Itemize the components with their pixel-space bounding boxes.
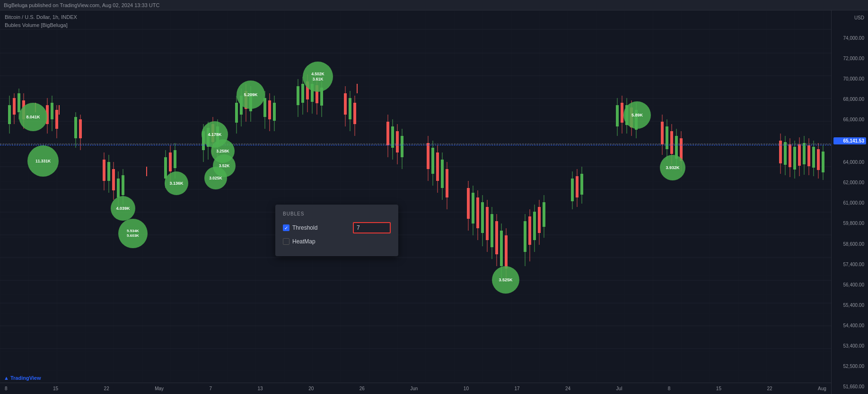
svg-rect-143	[580, 174, 583, 195]
svg-rect-61	[235, 103, 238, 123]
svg-rect-87	[344, 93, 347, 115]
settings-popup: BUBLES Threshold HeatMap	[275, 205, 398, 256]
svg-rect-113	[472, 193, 474, 224]
svg-rect-107	[441, 160, 444, 188]
svg-rect-145	[616, 105, 619, 126]
chart-container: Bitcoin / U.S. Dollar, 1h, INDEX Bubles …	[0, 10, 868, 394]
heatmap-row: HeatMap	[283, 238, 391, 245]
svg-rect-105	[436, 152, 439, 181]
price-70000: 70,000.00	[833, 76, 866, 81]
bubble-5534k-5603k: 5.534K5.603K	[118, 219, 148, 248]
svg-rect-117	[481, 202, 484, 233]
svg-rect-167	[784, 142, 787, 165]
svg-rect-35	[79, 119, 82, 138]
svg-rect-155	[661, 122, 664, 144]
price-54400: 54,400.00	[833, 323, 866, 328]
time-26: 26	[359, 386, 365, 391]
price-52500: 52,500.00	[833, 364, 866, 369]
time-22: 22	[104, 386, 109, 391]
top-bar: BigBeluga published on TradingView.com, …	[0, 0, 868, 10]
time-may: May	[155, 386, 164, 391]
tv-logo-text: ▲ TradingView	[4, 375, 41, 381]
time-10: 10	[464, 386, 469, 391]
price-68000: 68,000.00	[833, 97, 866, 102]
svg-rect-69	[263, 98, 266, 117]
svg-rect-109	[446, 169, 448, 197]
heatmap-checkbox[interactable]	[283, 238, 289, 245]
time-axis: 8 15 22 May 7 13 20 26 Jun 10 17 24 Jul …	[0, 383, 831, 394]
chart-title: Bitcoin / U.S. Dollar, 1h, INDEX Bubles …	[5, 13, 77, 29]
price-59800: 59,800.00	[833, 221, 866, 226]
price-64000: 64,000.00	[833, 160, 866, 165]
svg-rect-121	[491, 214, 493, 247]
popup-title: BUBLES	[283, 211, 391, 216]
svg-rect-93	[386, 122, 389, 145]
current-price-label: 65,141.53	[833, 137, 866, 144]
svg-rect-73	[273, 103, 276, 121]
price-58600: 58,600.00	[833, 242, 866, 247]
svg-rect-119	[486, 207, 489, 240]
svg-rect-135	[538, 207, 541, 233]
publisher-info: BigBeluga published on TradingView.com, …	[4, 2, 159, 8]
threshold-checkbox[interactable]	[283, 224, 289, 231]
bubble-5209k: 5.209K	[237, 81, 265, 109]
time-jul-15: 15	[716, 386, 721, 391]
tradingview-logo: ▲ TradingView	[4, 375, 41, 381]
svg-rect-115	[476, 197, 479, 228]
threshold-input[interactable]	[353, 222, 391, 233]
price-53400: 53,400.00	[833, 343, 866, 349]
svg-rect-173	[798, 144, 801, 166]
time-7: 7	[210, 386, 212, 391]
bubble-3136k: 3.136K	[165, 171, 188, 195]
svg-rect-169	[789, 144, 791, 167]
svg-rect-175	[803, 143, 806, 164]
svg-rect-89	[349, 98, 351, 119]
svg-rect-183	[822, 152, 824, 172]
svg-rect-139	[571, 179, 574, 201]
time-20: 20	[308, 386, 314, 391]
svg-rect-179	[812, 147, 815, 168]
time-jul-22: 22	[767, 386, 772, 391]
svg-rect-45	[122, 175, 124, 195]
bubble-3525k: 3.525K	[492, 266, 519, 294]
svg-rect-147	[621, 103, 623, 123]
svg-rect-31	[55, 110, 58, 129]
threshold-label: Threshold	[292, 224, 353, 231]
chart-title-line2: Bubles Volume [BigBeluga]	[5, 21, 77, 29]
svg-rect-41	[112, 169, 115, 190]
svg-rect-181	[817, 149, 820, 170]
price-62000: 62,000.00	[833, 180, 866, 185]
time-jul-8: 8	[668, 386, 671, 391]
svg-rect-29	[51, 103, 53, 119]
svg-rect-77	[301, 84, 304, 103]
svg-rect-101	[427, 143, 430, 169]
bubble-4039k: 4.039K	[111, 196, 135, 221]
time-13: 13	[258, 386, 263, 391]
bubble-3932k: 3.932K	[660, 155, 685, 180]
reference-line	[0, 144, 831, 144]
time-15: 15	[53, 386, 58, 391]
svg-rect-39	[107, 162, 110, 181]
svg-rect-131	[528, 216, 531, 245]
time-jul: Jul	[616, 386, 623, 391]
price-55400: 55,400.00	[833, 303, 866, 308]
bubble-4502k-361k: 4.502K3.61K	[303, 62, 333, 92]
svg-rect-23	[18, 93, 20, 112]
price-label-usd: USD	[833, 15, 866, 20]
svg-rect-137	[543, 202, 545, 227]
svg-rect-103	[431, 148, 434, 174]
price-72000: 72,000.00	[833, 56, 866, 61]
svg-rect-123	[495, 221, 498, 254]
svg-rect-19	[8, 105, 11, 124]
price-57400: 57,400.00	[833, 262, 866, 267]
price-66000: 66,000.00	[833, 117, 866, 122]
time-aug: Aug	[818, 386, 826, 391]
threshold-row: Threshold	[283, 222, 391, 233]
svg-rect-157	[666, 126, 668, 149]
svg-rect-127	[505, 235, 508, 269]
svg-rect-37	[103, 160, 105, 181]
svg-rect-125	[500, 231, 503, 266]
svg-rect-129	[524, 221, 526, 252]
bubble-8041k: 8.041K	[19, 103, 47, 131]
svg-rect-49	[169, 152, 172, 171]
